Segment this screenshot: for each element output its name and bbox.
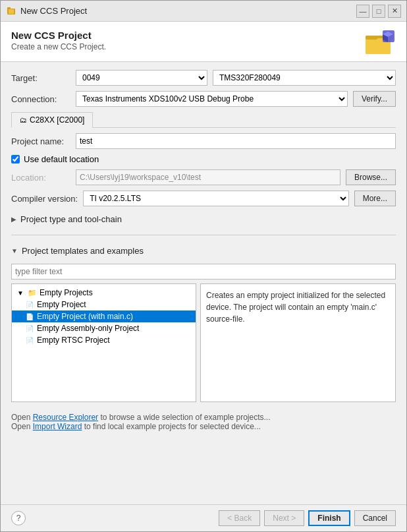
tree-item-label: Empty Project: [37, 300, 86, 309]
links-section: Open Resource Explorer to browse a wide …: [11, 407, 396, 434]
file-icon-3: 📄: [25, 324, 34, 333]
header-subtitle: Create a new CCS Project.: [11, 42, 106, 51]
tab-bar: 🗂 C28XX [C2000]: [11, 112, 396, 128]
close-button[interactable]: ✕: [388, 5, 401, 18]
window-icon: [6, 6, 16, 16]
main-window: New CCS Project — □ ✕ New CCS Project Cr…: [0, 0, 407, 532]
minimize-button[interactable]: —: [356, 5, 369, 18]
templates-arrow: [11, 247, 18, 254]
cancel-button[interactable]: Cancel: [354, 510, 396, 526]
location-row: Location: Browse...: [11, 169, 396, 185]
location-input: [76, 169, 340, 185]
tree-item-empty-projects[interactable]: ▼ 📁 Empty Projects: [12, 287, 196, 299]
tree-item-empty-project[interactable]: 📄 Empty Project: [12, 299, 196, 310]
use-default-location-checkbox[interactable]: [11, 155, 20, 163]
link1-prefix: Open: [11, 413, 33, 422]
connection-label: Connection:: [11, 94, 70, 104]
tab-c28xx-label: C28XX [C2000]: [30, 115, 84, 125]
file-icon-2: 📄: [25, 312, 34, 321]
templates-expander[interactable]: Project templates and examples: [11, 243, 396, 258]
project-type-expander[interactable]: Project type and tool-chain: [11, 212, 396, 227]
project-name-row: Project name:: [11, 133, 396, 149]
header-text: New CCS Project Create a new CCS Project…: [11, 30, 106, 51]
divider1: [11, 235, 396, 235]
resource-explorer-link[interactable]: Resource Explorer: [33, 413, 98, 422]
target-row: Target: 0049 TMS320F280049: [11, 70, 396, 86]
import-wizard-link[interactable]: Import Wizard: [33, 422, 82, 431]
svg-rect-5: [366, 36, 377, 40]
title-bar-left: New CCS Project: [6, 6, 87, 16]
link-row-2: Open Import Wizard to find local example…: [11, 422, 396, 431]
project-name-input[interactable]: [76, 133, 396, 149]
tree-item-empty-project-main[interactable]: 📄 Empty Project (with main.c): [12, 310, 196, 322]
title-buttons: — □ ✕: [356, 5, 401, 18]
next-button[interactable]: Next >: [264, 510, 304, 526]
project-type-arrow: [11, 216, 16, 223]
svg-rect-1: [7, 7, 11, 9]
filter-input[interactable]: [11, 264, 396, 280]
templates-label: Project templates and examples: [22, 246, 144, 256]
connection-select[interactable]: Texas Instruments XDS100v2 USB Debug Pro…: [76, 91, 348, 107]
svg-rect-2: [9, 9, 14, 14]
compiler-version-row: Compiler version: TI v20.2.5.LTS More...: [11, 191, 396, 206]
header-icon: [364, 30, 396, 56]
file-icon-1: 📄: [25, 300, 34, 309]
title-text: New CCS Project: [20, 6, 87, 16]
tree-item-label: Empty Projects: [40, 288, 93, 297]
footer: ? < Back Next > Finish Cancel: [1, 504, 406, 531]
link2-prefix: Open: [11, 422, 33, 431]
tree-item-label: Empty Project (with main.c): [37, 312, 133, 321]
tree-item-empty-assembly[interactable]: 📄 Empty Assembly-only Project: [12, 322, 196, 334]
templates-row: ▼ 📁 Empty Projects 📄 Empty Project 📄 Emp…: [11, 283, 396, 402]
link-row-1: Open Resource Explorer to browse a wide …: [11, 413, 396, 422]
maximize-button[interactable]: □: [372, 5, 385, 18]
compiler-version-select[interactable]: TI v20.2.5.LTS: [83, 191, 349, 206]
header-section: New CCS Project Create a new CCS Project…: [1, 22, 406, 62]
location-label: Location:: [11, 173, 70, 183]
project-folder-icon: [366, 30, 394, 55]
target-label: Target:: [11, 73, 70, 83]
templates-section: ▼ 📁 Empty Projects 📄 Empty Project 📄 Emp…: [11, 264, 396, 402]
more-button[interactable]: More...: [354, 191, 396, 206]
header-title: New CCS Project: [11, 30, 106, 41]
footer-right: < Back Next > Finish Cancel: [219, 510, 396, 526]
compiler-version-label: Compiler version:: [11, 194, 78, 204]
tree-item-label: Empty RTSC Project: [37, 336, 109, 345]
back-button[interactable]: < Back: [219, 510, 260, 526]
finish-button[interactable]: Finish: [308, 510, 350, 526]
verify-button[interactable]: Verify...: [353, 91, 396, 107]
folder-icon: 📁: [28, 289, 37, 297]
title-bar: New CCS Project — □ ✕: [1, 1, 406, 22]
project-type-label: Project type and tool-chain: [20, 214, 122, 224]
file-icon-4: 📄: [25, 336, 34, 345]
tab-c28xx-icon: 🗂: [20, 116, 27, 124]
tree-item-label: Empty Assembly-only Project: [37, 324, 139, 333]
tree-panel[interactable]: ▼ 📁 Empty Projects 📄 Empty Project 📄 Emp…: [11, 283, 196, 402]
target-select[interactable]: 0049: [76, 70, 207, 86]
browse-button[interactable]: Browse...: [346, 169, 396, 185]
connection-row: Connection: Texas Instruments XDS100v2 U…: [11, 91, 396, 107]
footer-left: ?: [11, 511, 26, 525]
description-text: Creates an empty project initialized for…: [206, 291, 385, 324]
project-name-label: Project name:: [11, 136, 70, 146]
link2-suffix: to find local example projects for selec…: [82, 422, 260, 431]
body-section: Target: 0049 TMS320F280049 Connection: T…: [1, 62, 406, 504]
use-default-location-row: Use default location: [11, 154, 396, 164]
tab-c28xx[interactable]: 🗂 C28XX [C2000]: [11, 112, 93, 128]
target2-select[interactable]: TMS320F280049: [213, 70, 396, 86]
link1-suffix: to browse a wide selection of example pr…: [98, 413, 270, 422]
description-panel: Creates an empty project initialized for…: [200, 283, 396, 402]
help-button[interactable]: ?: [11, 511, 26, 525]
use-default-location-label: Use default location: [24, 154, 99, 164]
folder-expand-icon: ▼: [16, 288, 25, 297]
tree-item-empty-rtsc[interactable]: 📄 Empty RTSC Project: [12, 334, 196, 346]
